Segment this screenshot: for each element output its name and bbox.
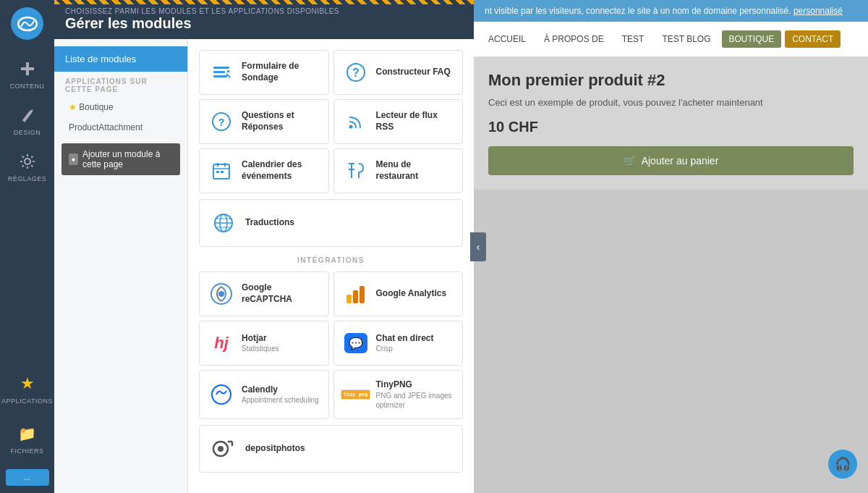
nav-contact[interactable]: CONTACT	[785, 30, 841, 48]
module-card-calendar[interactable]: Calendrier des événements	[199, 148, 329, 193]
integration-analytics[interactable]: Google Analytics	[333, 271, 464, 316]
integration-hotjar[interactable]: hj Hotjar Statistiques	[199, 321, 329, 366]
menu-name: Menu de restaurant	[376, 159, 454, 182]
nav-app-boutique[interactable]: ★ Boutique	[54, 97, 187, 117]
calendly-sub: Appointment scheduling	[242, 395, 320, 405]
hotjar-name: Hotjar	[242, 333, 320, 345]
nav-testblog[interactable]: TEST BLOG	[655, 30, 718, 48]
sidebar-item-fichiers[interactable]: 📁 FICHIERS	[0, 416, 54, 462]
preview-top-bar-text: nt visible par les visiteurs, connectez …	[485, 6, 843, 16]
sidebar-item-design[interactable]: DESIGN	[0, 97, 54, 143]
globe-icon	[210, 210, 237, 236]
integration-tinypng[interactable]: tiny png TinyPNG PNG and JPEG images opt…	[333, 370, 464, 419]
traductions-name: Traductions	[245, 217, 451, 229]
crisp-name: Chat en direct	[376, 333, 454, 345]
sondage-icon	[208, 59, 234, 85]
svg-rect-5	[213, 71, 225, 73]
nav-boutique[interactable]: BOUTIQUE	[722, 30, 782, 48]
star-icon: ★	[17, 373, 38, 395]
crisp-sub: Crisp	[376, 344, 454, 353]
svg-rect-2	[21, 67, 34, 70]
nav-apropos[interactable]: À PROPOS DE	[537, 30, 611, 48]
preview-content: Mon premier produit #2 Ceci est un exemp…	[474, 56, 868, 190]
add-module-button[interactable]: ▪ Ajouter un module à cette page	[61, 143, 180, 175]
pencil-icon	[17, 104, 38, 126]
sidebar-contenu-label: CONTENU	[10, 83, 45, 90]
preview-top-bar: nt visible par les visiteurs, connectez …	[474, 0, 868, 22]
support-button[interactable]: 🎧	[828, 450, 857, 479]
sondage-name: Formulaire de Sondage	[242, 61, 320, 83]
logo[interactable]	[11, 7, 43, 40]
panel-header-title: Gérer les modules	[65, 15, 192, 32]
tinypng-icon: tiny png	[343, 382, 369, 408]
modules-grid: Formulaire de Sondage ? Constructeur FAQ…	[195, 46, 467, 197]
panel-header: CHOISISSEZ PARMI LES MODULES ET LES APPL…	[54, 0, 474, 39]
integration-calendly[interactable]: Calendly Appointment scheduling	[199, 370, 329, 419]
module-card-faq[interactable]: ? Constructeur FAQ	[333, 50, 464, 95]
qa-icon: ?	[208, 109, 234, 135]
svg-point-26	[218, 291, 224, 297]
svg-text:?: ?	[352, 67, 359, 79]
collapse-panel-button[interactable]: ‹	[470, 232, 486, 261]
module-card-traductions[interactable]: Traductions	[199, 199, 463, 247]
folder-icon: 📁	[17, 423, 38, 444]
module-card-qa[interactable]: ? Questions et Réponses	[199, 99, 329, 144]
star-icon-small: ★	[69, 102, 79, 112]
svg-text:?: ?	[218, 116, 224, 128]
module-card-rss[interactable]: Lecteur de flux RSS	[333, 99, 464, 144]
integration-crisp[interactable]: 💬 Chat en direct Crisp	[333, 321, 464, 366]
nav-item-list[interactable]: Liste de modules	[54, 46, 187, 72]
analytics-name: Google Analytics	[376, 288, 454, 300]
add-to-cart-button[interactable]: 🛒 Ajouter au panier	[488, 146, 854, 175]
calendly-icon	[208, 382, 234, 408]
nav-list-label: Liste de modules	[65, 54, 136, 64]
svg-rect-27	[346, 295, 352, 303]
gear-icon	[17, 151, 38, 172]
rss-icon	[343, 109, 369, 135]
more-button[interactable]: ...	[6, 469, 49, 486]
depositphotos-name: depositphotos	[245, 443, 451, 455]
sidebar-design-label: DESIGN	[14, 129, 41, 136]
faq-icon: ?	[343, 59, 369, 85]
nav-app-productattachment[interactable]: ProductAttachment	[54, 117, 187, 138]
crisp-icon: 💬	[343, 330, 369, 356]
integrations-label: INTÉGRATIONS	[195, 249, 467, 268]
svg-rect-29	[359, 286, 365, 303]
stripe-decoration	[54, 0, 474, 4]
hotjar-icon: hj	[208, 330, 234, 356]
integration-recaptcha[interactable]: Google reCAPTCHA	[199, 271, 329, 316]
svg-rect-4	[213, 67, 229, 69]
faq-name: Constructeur FAQ	[376, 67, 454, 78]
panel-left-nav: Liste de modules APPLICATIONS SUR CETTE …	[54, 39, 188, 493]
panel-header-subtitle: CHOISISSEZ PARMI LES MODULES ET LES APPL…	[65, 7, 339, 15]
svg-rect-6	[213, 75, 227, 77]
hotjar-sub: Statistiques	[242, 344, 320, 353]
product-title: Mon premier produit #2	[488, 71, 854, 90]
nav-test[interactable]: TEST	[615, 30, 652, 48]
recaptcha-icon	[208, 281, 234, 307]
preview-area: nt visible par les visiteurs, connectez …	[474, 0, 868, 493]
nav-accueil[interactable]: ACCUEIL	[481, 30, 533, 48]
sidebar: CONTENU DESIGN RÉGLAGES ★ APPLICATIONS 📁…	[0, 0, 54, 493]
depositphotos-icon	[210, 436, 237, 462]
sidebar-item-reglages[interactable]: RÉGLAGES	[0, 143, 54, 190]
tinypng-sub: PNG and JPEG images optimizer	[376, 391, 454, 410]
sidebar-fichiers-label: FICHIERS	[10, 447, 43, 455]
analytics-icon	[343, 281, 369, 307]
module-card-menu[interactable]: Menu de restaurant	[333, 148, 464, 193]
svg-point-3	[25, 159, 30, 164]
product-price: 10 CHF	[488, 119, 854, 135]
qa-name: Questions et Réponses	[242, 110, 320, 132]
sidebar-bottom: ★ APPLICATIONS 📁 FICHIERS ...	[0, 366, 54, 493]
calendar-icon	[208, 158, 234, 184]
preview-personalize-link[interactable]: personnalisé	[793, 6, 843, 16]
sidebar-item-contenu[interactable]: CONTENU	[0, 51, 54, 97]
panel-right-content: Formulaire de Sondage ? Constructeur FAQ…	[188, 39, 474, 493]
svg-rect-7	[227, 70, 229, 72]
menu-icon	[343, 158, 369, 184]
sidebar-item-applications[interactable]: ★ APPLICATIONS	[0, 366, 54, 412]
headset-icon: 🎧	[835, 456, 851, 472]
module-card-sondage[interactable]: Formulaire de Sondage	[199, 50, 329, 95]
integration-depositphotos[interactable]: depositphotos	[199, 425, 463, 473]
calendar-name: Calendrier des événements	[242, 159, 320, 182]
